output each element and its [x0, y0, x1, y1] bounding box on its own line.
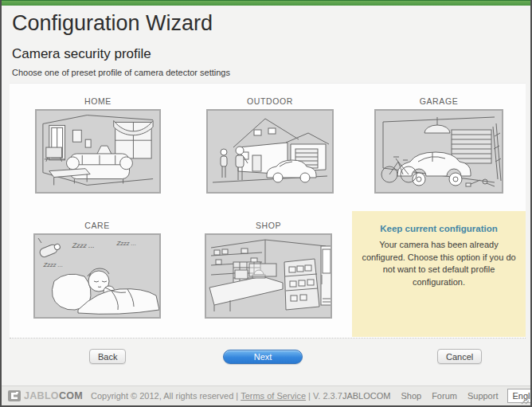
next-button[interactable]: Next: [223, 350, 303, 364]
care-illustration-icon: Zzzz ... Zzzz ... Zzzz ...: [35, 235, 159, 317]
profile-option-outdoor[interactable]: OUTDOOR: [206, 96, 334, 194]
footer-link-forum[interactable]: Forum: [432, 391, 457, 401]
profile-option-garage[interactable]: GARAGE: [374, 96, 503, 194]
care-illustration: Zzzz ... Zzzz ... Zzzz ...: [33, 233, 161, 319]
keep-current-configuration-link[interactable]: Keep current configuration: [358, 224, 519, 233]
window-accent-bar: [2, 0, 530, 6]
zzz-text: Zzzz ...: [43, 262, 63, 268]
page-title: Configuration Wizard: [12, 11, 213, 36]
shop-illustration-icon: [206, 235, 331, 317]
step-title: Camera security profile: [12, 46, 151, 62]
step-description: Choose one of preset profile of camera d…: [12, 68, 230, 77]
keep-current-configuration-description: Your camera has been already configured.…: [358, 239, 519, 288]
footer-link-support[interactable]: Support: [467, 391, 499, 401]
profile-label: CARE: [33, 221, 161, 230]
cancel-button[interactable]: Cancel: [437, 349, 482, 364]
configuration-wizard-window: Configuration Wizard Camera security pro…: [0, 0, 532, 407]
copyright-text: Copyright © 2012, All rights reserved |: [91, 391, 238, 401]
footer-bar: JABLOCOM Copyright © 2012, All rights re…: [2, 385, 530, 405]
profile-option-shop[interactable]: SHOP: [205, 221, 332, 319]
home-illustration-icon: [37, 111, 159, 192]
zzz-text: Zzzz ...: [116, 241, 136, 247]
jablocom-wordmark: JABLOCOM: [24, 390, 83, 401]
profile-label: SHOP: [205, 221, 332, 230]
profile-option-home[interactable]: HOME: [35, 96, 161, 194]
version-text: | V. 2.3.7: [308, 391, 342, 401]
terms-of-service-link[interactable]: Terms of Service: [241, 391, 306, 401]
outdoor-illustration-icon: [208, 111, 332, 192]
profile-label: GARAGE: [374, 96, 503, 106]
footer-nav: JABLOCOM Shop Forum Support: [342, 391, 499, 401]
home-illustration: [35, 109, 161, 194]
profile-option-care[interactable]: CARE: [33, 221, 161, 319]
zzz-text: Zzzz ...: [72, 242, 94, 249]
garage-illustration-icon: [376, 111, 502, 192]
profile-grid: HOME: [10, 83, 526, 339]
resize-grip-icon[interactable]: [521, 396, 530, 405]
footer-link-shop[interactable]: Shop: [401, 391, 421, 401]
keep-current-configuration-option[interactable]: Keep current configuration Your camera h…: [352, 211, 526, 337]
profile-label: OUTDOOR: [206, 96, 334, 106]
footer-link-jablocom[interactable]: JABLOCOM: [342, 391, 391, 401]
profile-label: HOME: [35, 96, 161, 106]
shop-illustration: [205, 233, 332, 319]
back-button[interactable]: Back: [89, 349, 126, 364]
garage-illustration: [374, 109, 503, 194]
outdoor-illustration: [206, 109, 334, 194]
jablocom-logo-icon: [8, 390, 21, 401]
